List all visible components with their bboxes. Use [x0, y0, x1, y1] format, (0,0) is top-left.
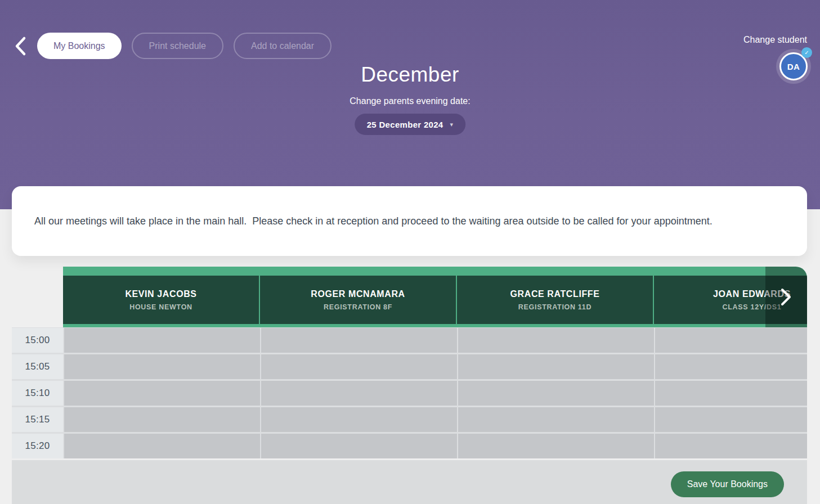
page-title: December: [0, 63, 820, 87]
table-row: 15:05: [12, 354, 807, 379]
time-label: 15:15: [12, 407, 63, 432]
slot-cell[interactable]: [261, 434, 457, 458]
schedule-body: 15:00 15:05 15:10 15:15: [12, 327, 807, 458]
time-label: 15:00: [12, 328, 63, 353]
tab-my-bookings[interactable]: My Bookings: [37, 33, 122, 59]
slot-cell[interactable]: [261, 354, 457, 379]
page: My Bookings Print schedule Add to calend…: [0, 0, 820, 504]
teacher-column-header: ROGER MCNAMARA REGISTRATION 8F: [260, 276, 456, 324]
slot-cell[interactable]: [655, 407, 807, 432]
date-selector[interactable]: 25 December 2024 ▾: [355, 114, 466, 135]
slot-cell[interactable]: [655, 328, 807, 353]
tab-print-schedule[interactable]: Print schedule: [132, 33, 223, 59]
teacher-header-row: KEVIN JACOBS HOUSE NEWTON ROGER MCNAMARA…: [63, 267, 807, 327]
change-student-link[interactable]: Change student: [743, 35, 807, 45]
check-glyph: ✓: [804, 50, 809, 56]
slot-cell[interactable]: [261, 328, 457, 353]
slot-cell[interactable]: [64, 381, 260, 406]
table-row: 15:15: [12, 407, 807, 432]
notice-text: All our meetings will take place in the …: [34, 215, 713, 227]
time-label: 15:10: [12, 381, 63, 406]
chevron-down-icon: ▾: [450, 121, 453, 128]
time-label: 15:05: [12, 354, 63, 379]
slot-cell[interactable]: [458, 381, 654, 406]
table-row: 15:00: [12, 328, 807, 353]
teacher-group: HOUSE NEWTON: [129, 303, 192, 311]
notice-card: All our meetings will take place in the …: [12, 186, 807, 256]
teacher-column-header: GRACE RATCLIFFE REGISTRATION 11D: [457, 276, 653, 324]
table-row: 15:20: [12, 434, 807, 458]
teacher-name: GRACE RATCLIFFE: [510, 289, 600, 299]
check-badge-icon: ✓: [801, 47, 812, 58]
slot-cell[interactable]: [64, 434, 260, 458]
slot-cell[interactable]: [261, 381, 457, 406]
schedule-table: KEVIN JACOBS HOUSE NEWTON ROGER MCNAMARA…: [12, 267, 807, 504]
hero-banner: My Bookings Print schedule Add to calend…: [0, 0, 820, 209]
back-button[interactable]: [9, 35, 32, 57]
chevron-right-icon: [780, 288, 792, 306]
teacher-group: REGISTRATION 8F: [324, 303, 392, 311]
date-change-label: Change parents evening date:: [0, 96, 820, 106]
tab-bar: My Bookings Print schedule Add to calend…: [37, 33, 331, 59]
slot-cell[interactable]: [64, 407, 260, 432]
chevron-left-icon: [14, 36, 27, 56]
teacher-group: REGISTRATION 11D: [518, 303, 592, 311]
slot-cell[interactable]: [64, 354, 260, 379]
save-bookings-button[interactable]: Save Your Bookings: [671, 471, 784, 497]
slot-cell[interactable]: [64, 328, 260, 353]
time-label: 15:20: [12, 434, 63, 458]
slot-cell[interactable]: [655, 381, 807, 406]
table-footer: Save Your Bookings: [12, 460, 807, 504]
scroll-right-button[interactable]: [765, 267, 807, 327]
slot-cell[interactable]: [458, 407, 654, 432]
date-selector-value: 25 December 2024: [367, 120, 443, 129]
slot-cell[interactable]: [458, 328, 654, 353]
table-row: 15:10: [12, 381, 807, 406]
tab-add-to-calendar[interactable]: Add to calendar: [234, 33, 331, 59]
teacher-column-header: KEVIN JACOBS HOUSE NEWTON: [63, 276, 259, 324]
teacher-name: ROGER MCNAMARA: [311, 289, 405, 299]
teacher-name: KEVIN JACOBS: [125, 289, 196, 299]
slot-cell[interactable]: [458, 354, 654, 379]
slot-cell[interactable]: [261, 407, 457, 432]
slot-cell[interactable]: [458, 434, 654, 458]
slot-cell[interactable]: [655, 434, 807, 458]
slot-cell[interactable]: [655, 354, 807, 379]
